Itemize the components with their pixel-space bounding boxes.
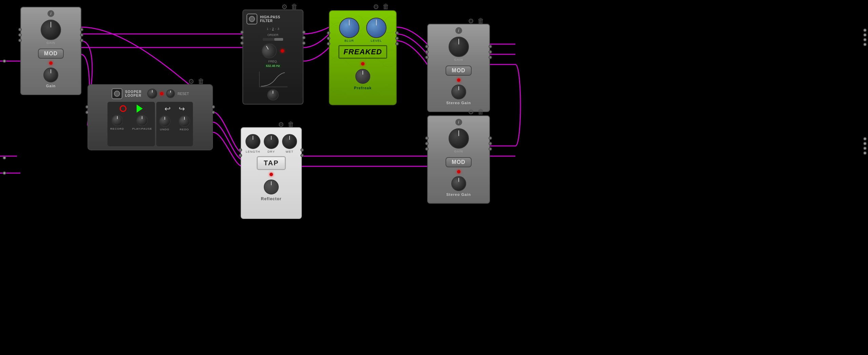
length-knob[interactable] — [245, 134, 260, 149]
hpf-led — [281, 49, 284, 53]
stereo-gain-top-toolbar[interactable]: ⚙ 🗑 — [468, 17, 484, 25]
order-opt-3[interactable]: 3 — [278, 27, 279, 31]
freaked-title: Prefreak — [354, 86, 372, 90]
stereo-gain-bottom-toolbar[interactable]: ⚙ 🗑 — [468, 108, 484, 116]
stereo-gain-bottom-settings-icon[interactable]: ⚙ — [468, 108, 474, 116]
looper-settings-icon[interactable]: ⚙ — [188, 77, 194, 86]
stereo-gain-top-foot-knob[interactable] — [451, 85, 466, 99]
sooper-looper-title-line2: LOOPER — [125, 94, 142, 97]
mod-button[interactable]: MOD — [38, 49, 64, 59]
hpf-freq-knob[interactable] — [259, 41, 279, 61]
stereo-gain-bottom-knob-label: GAIN — [454, 150, 463, 153]
freaked-trash-icon[interactable]: 🗑 — [382, 3, 389, 11]
freaked-toolbar[interactable]: ⚙ 🗑 — [373, 3, 389, 11]
freaked-settings-icon[interactable]: ⚙ — [373, 3, 379, 11]
looper-toolbar[interactable]: ⚙ 🗑 — [188, 77, 204, 86]
hpf-trash-icon[interactable]: 🗑 — [291, 3, 298, 11]
tap-button[interactable]: TAP — [257, 156, 286, 170]
hpf-freq-value: 632.46 Hz — [264, 64, 281, 68]
play-pause-label: PLAY/PAUSE — [132, 127, 152, 130]
stereo-gain-bottom-knob[interactable] — [449, 128, 469, 149]
reflector-title: Reflector — [261, 197, 281, 201]
looper-knob2[interactable] — [166, 89, 175, 98]
looper-trash-icon[interactable]: 🗑 — [198, 77, 204, 86]
order-opt-2[interactable]: 2 — [272, 27, 274, 31]
far-left-port — [3, 59, 6, 63]
stereo-gain-bottom-foot-knob[interactable] — [451, 176, 466, 191]
blur-label: BLUR — [344, 39, 354, 42]
freaked-right-ports — [395, 31, 399, 45]
reflector-toolbar[interactable]: ⚙ 🗑 — [278, 120, 294, 129]
hpf-left-ports — [240, 31, 244, 45]
level-knob[interactable] — [366, 18, 387, 38]
play-icon[interactable] — [137, 105, 143, 113]
reflector-foot-knob[interactable] — [264, 180, 279, 194]
stereo-gain-bottom-trash-icon[interactable]: 🗑 — [477, 108, 484, 116]
hpf-logo — [246, 14, 257, 24]
hpf-subtitle: FILTER — [260, 19, 280, 23]
blur-knob[interactable] — [339, 18, 359, 38]
hpf-pedal: HIGH-PASS FILTER 1 - 2 - 3 ORDER FREQ. 6… — [242, 10, 303, 105]
hpf-title: HIGH-PASS — [260, 15, 280, 19]
dry-knob[interactable] — [264, 134, 279, 149]
looper-top-controls: RESET — [147, 89, 189, 99]
far-left-bottom-port2 — [3, 171, 6, 175]
stereo-gain-top-info-icon: i — [455, 27, 462, 34]
reflector-trash-icon[interactable]: 🗑 — [288, 120, 294, 129]
reflector-led — [270, 173, 273, 176]
looper-left-ports — [85, 105, 89, 114]
reflector-settings-icon[interactable]: ⚙ — [278, 120, 284, 129]
stereo-gain-top-led — [457, 78, 460, 82]
far-right-top-ports — [862, 27, 868, 48]
reset-label: RESET — [178, 92, 189, 96]
freaked-foot-knob[interactable] — [355, 69, 370, 84]
stereo-gain-top-mod-button[interactable]: MOD — [446, 66, 471, 76]
right-ports — [80, 28, 83, 42]
wet-label: WET — [286, 150, 294, 153]
hpf-freq-label: FREQ. — [268, 60, 278, 63]
stereo-gain-bottom-mod-button[interactable]: MOD — [446, 157, 471, 167]
stereo-gain-top-left-ports — [425, 45, 429, 59]
led-indicator — [49, 61, 53, 65]
hpf-toolbar[interactable]: ⚙ 🗑 — [281, 3, 298, 11]
looper-speed-knob[interactable] — [147, 89, 157, 99]
stereo-gain-top-title: Stereo Gain — [446, 101, 471, 105]
hpf-settings-icon[interactable]: ⚙ — [281, 3, 288, 11]
gain-knob-label: GAIN — [46, 41, 55, 44]
order-label: ORDER — [263, 33, 283, 37]
record-knob[interactable] — [112, 115, 123, 126]
gain-left-pedal: i GAIN MOD Gain — [20, 7, 81, 95]
play-pause-knob[interactable] — [136, 115, 148, 126]
redo-knob[interactable] — [179, 115, 190, 127]
stereo-gain-bottom-title: Stereo Gain — [446, 192, 471, 197]
sooper-looper-title-line1: SOOPER — [125, 90, 142, 94]
stereo-gain-top-pedal: i GAIN MOD Stereo Gain — [427, 24, 490, 112]
wet-knob[interactable] — [282, 134, 297, 149]
sooper-looper-pedal: SOOPER LOOPER RESET RECORD — [87, 84, 213, 150]
dry-label: DRY — [268, 150, 275, 153]
hpf-graph — [258, 70, 288, 88]
reflector-pedal: LENGTH DRY WET TAP Reflector — [241, 127, 302, 219]
record-icon[interactable] — [120, 105, 126, 112]
freaked-pedal: BLUR LEVEL FREAKED Prefreak — [329, 10, 397, 105]
order-slider[interactable] — [263, 38, 283, 41]
undo-knob[interactable] — [159, 115, 171, 127]
order-separator-1: - — [270, 27, 271, 31]
redo-label: REDO — [180, 128, 189, 131]
order-opt-1[interactable]: 1 — [267, 27, 268, 31]
stereo-gain-top-settings-icon[interactable]: ⚙ — [468, 17, 474, 25]
gain-knob[interactable] — [41, 20, 61, 40]
stereo-gain-bottom-pedal: i GAIN MOD Stereo Gain — [427, 115, 490, 204]
undo-arrow-icon[interactable]: ↩ — [164, 105, 171, 113]
redo-arrow-icon[interactable]: ↪ — [179, 105, 185, 113]
freaked-button[interactable]: FREAKED — [338, 45, 387, 59]
stereo-gain-bottom-right-ports — [489, 136, 492, 151]
stereo-gain-top-trash-icon[interactable]: 🗑 — [477, 17, 484, 25]
gain-foot-knob[interactable] — [43, 68, 58, 82]
undo-label: UNDO — [160, 128, 170, 131]
hpf-foot-knob[interactable] — [267, 89, 279, 100]
left-ports — [18, 28, 22, 42]
far-left-bottom-port — [3, 156, 6, 160]
stereo-gain-top-knob[interactable] — [449, 37, 469, 57]
looper-right-ports — [212, 105, 215, 114]
